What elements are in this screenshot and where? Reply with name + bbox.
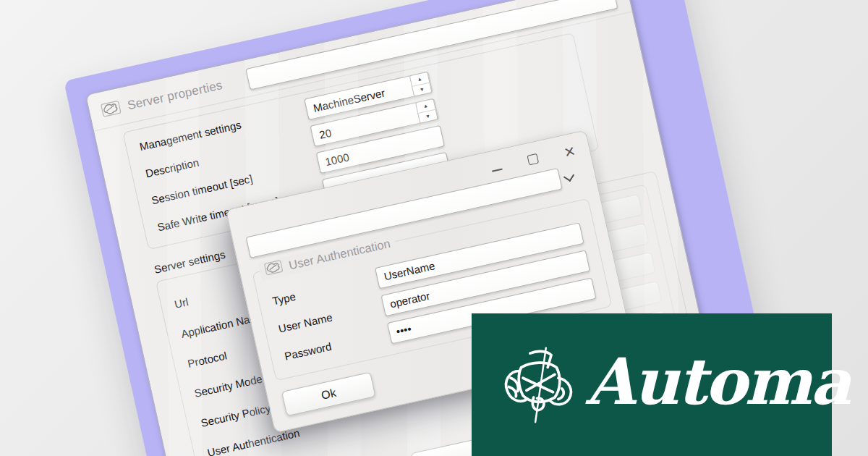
chevron-down-icon (563, 171, 574, 182)
maximize-button[interactable] (525, 151, 540, 166)
minimize-icon (491, 169, 502, 172)
scribble-logo-icon (263, 258, 285, 280)
brand-wordmark: Automa (586, 350, 849, 421)
brand-banner: Automa (472, 313, 832, 456)
og-image-scene: Server properties Management settings Ma… (0, 0, 868, 456)
window-title: Server properties (126, 78, 224, 113)
close-icon: × (563, 144, 576, 159)
close-button[interactable]: × (562, 143, 577, 159)
automa-hands-logo-icon (495, 341, 583, 429)
minimize-button[interactable] (488, 160, 503, 175)
maximize-icon (527, 153, 539, 166)
ok-button[interactable]: Ok (281, 372, 376, 416)
scribble-logo-icon (100, 98, 123, 122)
